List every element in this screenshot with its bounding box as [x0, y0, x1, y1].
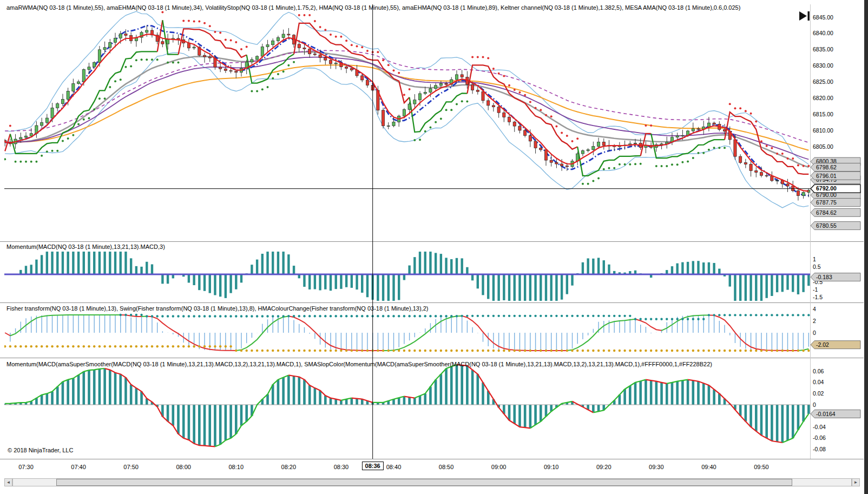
time-axis-label: 09:50	[754, 464, 769, 470]
svg-text:0.06: 0.06	[813, 368, 824, 374]
svg-text:6820.00: 6820.00	[813, 95, 833, 101]
svg-text:6792.00: 6792.00	[816, 185, 837, 192]
crosshair-time-label: 08:36	[362, 462, 384, 470]
go-to-last-bar-icon[interactable]	[799, 11, 810, 21]
scrollbar-thumb[interactable]	[56, 479, 792, 486]
svg-text:-0.06: -0.06	[813, 434, 826, 441]
time-axis-label: 08:50	[439, 464, 454, 470]
time-axis-label: 09:00	[491, 464, 507, 470]
svg-text:0: 0	[813, 330, 816, 336]
scrollbar-track[interactable]	[12, 478, 852, 486]
copyright-text: © 2018 NinjaTrader, LLC	[8, 447, 73, 453]
svg-text:6798.62: 6798.62	[816, 164, 837, 170]
ninjatrader-chart-window: 6845.006840.006835.006830.006825.006820.…	[0, 0, 868, 494]
smoothed-momentum-panel	[4, 365, 810, 447]
svg-text:-2.02: -2.02	[816, 341, 829, 348]
svg-text:-0.0164: -0.0164	[816, 411, 836, 417]
svg-text:6840.00: 6840.00	[813, 30, 833, 36]
time-axis-label: 08:30	[334, 464, 349, 470]
svg-text:-0.08: -0.08	[813, 446, 826, 452]
scroll-left-button[interactable]: ◄	[4, 478, 12, 486]
svg-text:6815.00: 6815.00	[813, 111, 833, 117]
time-axis-label: 09:10	[544, 464, 559, 470]
time-axis-label: 07:50	[123, 464, 139, 470]
svg-text:6810.00: 6810.00	[813, 127, 833, 134]
time-axis-label: 09:20	[596, 464, 611, 470]
fisher-panel-title: Fisher transform(NQ 03-18 (1 Minute),13)…	[6, 305, 428, 312]
time-axis-label: 09:40	[701, 464, 716, 470]
svg-text:6805.00: 6805.00	[813, 143, 833, 150]
svg-text:6845.00: 6845.00	[813, 14, 833, 21]
svg-text:2: 2	[813, 318, 816, 324]
svg-text:0.04: 0.04	[813, 379, 824, 385]
time-axis-label: 08:10	[229, 464, 244, 470]
svg-text:0: 0	[813, 401, 816, 408]
svg-text:6787.75: 6787.75	[816, 199, 837, 206]
svg-text:4: 4	[813, 306, 816, 312]
svg-text:-1.5: -1.5	[813, 294, 823, 300]
price-panel	[4, 11, 810, 207]
svg-text:-0.04: -0.04	[813, 424, 826, 430]
svg-text:0.5: 0.5	[813, 264, 821, 270]
svg-text:6825.00: 6825.00	[813, 78, 833, 85]
svg-text:6784.62: 6784.62	[816, 209, 837, 216]
price-panel-title: amaRWMA(NQ 03-18 (1 Minute),55), amaEHMA…	[6, 4, 740, 11]
time-axis-label: 09:30	[649, 464, 664, 470]
svg-text:-1: -1	[813, 286, 818, 293]
svg-text:0.02: 0.02	[813, 390, 824, 397]
svg-text:1: 1	[813, 256, 816, 262]
svg-text:6830.00: 6830.00	[813, 62, 833, 69]
window-edge-strip	[864, 0, 868, 494]
time-axis-label: 07:40	[71, 464, 86, 470]
candlestick-series	[4, 25, 810, 200]
price-axis: 6845.006840.006835.006830.006825.006820.…	[811, 14, 860, 452]
time-axis-label: 08:00	[176, 464, 191, 470]
svg-text:6796.01: 6796.01	[816, 173, 837, 179]
svg-text:-0.183: -0.183	[816, 274, 832, 280]
fisher-panel	[4, 314, 810, 352]
time-axis-label: 07:30	[18, 464, 34, 470]
svg-text:6835.00: 6835.00	[813, 46, 833, 52]
time-axis-label: 08:20	[281, 464, 297, 470]
time-axis-label: 08:40	[386, 464, 402, 470]
scroll-right-button[interactable]: ►	[852, 478, 860, 486]
momentum-panel-title: Momentum(MACD(NQ 03-18 (1 Minute),13,21,…	[6, 243, 165, 250]
momentum-panel	[4, 252, 810, 301]
smoothed-momentum-panel-title: Momentum(MACD(amaSuperSmoother(MACD(NQ 0…	[6, 361, 712, 367]
horizontal-scrollbar[interactable]: ◄ ►	[4, 478, 860, 486]
svg-text:6780.55: 6780.55	[816, 222, 837, 229]
